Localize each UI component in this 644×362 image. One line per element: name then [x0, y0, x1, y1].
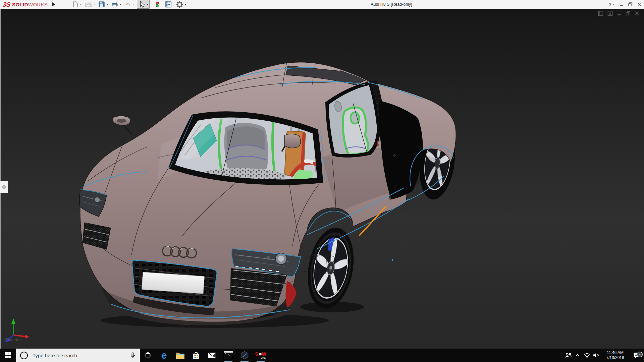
open-folder-icon — [85, 1, 92, 8]
time: 11:46 AM — [603, 350, 627, 355]
edge-icon: e — [161, 350, 167, 360]
y-axis-arrow — [11, 318, 15, 324]
new-document-button[interactable] — [71, 1, 83, 8]
save-button[interactable] — [98, 1, 109, 8]
pane-toggle-button[interactable] — [607, 11, 613, 16]
solidworks-wordmark: SOLIDWORKS — [12, 2, 48, 7]
solidworks-2017-icon: S W 2017 — [255, 352, 266, 359]
volume-button[interactable] — [592, 352, 601, 358]
titlebar: 3S SOLIDWORKS — [0, 0, 644, 9]
options-button[interactable] — [175, 1, 187, 8]
options-gear-icon — [176, 1, 183, 8]
people-icon — [565, 352, 572, 359]
open-dropdown-caret — [93, 4, 95, 5]
doc-close-button[interactable] — [635, 11, 639, 16]
windows-logo-icon — [5, 352, 11, 358]
panel-edge-strip — [0, 9, 1, 349]
new-dropdown-caret[interactable] — [80, 4, 82, 5]
print-dropdown-caret[interactable] — [119, 4, 121, 5]
taskbar-app-hexagon[interactable] — [236, 349, 253, 362]
wifi-icon — [584, 352, 590, 358]
open-button[interactable] — [84, 1, 96, 8]
door-lock — [393, 155, 395, 157]
save-dropdown-caret[interactable] — [106, 4, 108, 5]
undo-dropdown-caret — [132, 4, 135, 5]
menu-flyout-button[interactable] — [50, 0, 57, 8]
action-center-button[interactable]: 4 — [629, 352, 644, 359]
task-view-icon — [144, 352, 152, 359]
rebuild-traffic-light-icon — [154, 1, 161, 8]
network-button[interactable] — [582, 352, 592, 358]
mail-icon — [208, 352, 217, 359]
notification-badge: 4 — [637, 352, 643, 357]
doc-restore-button[interactable] — [626, 11, 631, 16]
graphics-viewport[interactable]: *Dimetric — [0, 9, 644, 349]
quick-access-toolbar — [71, 0, 187, 9]
taskbar-app-mail[interactable] — [204, 349, 220, 362]
svg-text:3S: 3S — [3, 1, 11, 8]
store-icon — [192, 351, 201, 359]
select-cursor-icon — [138, 1, 145, 8]
taskbar-app-solidworks[interactable]: S W 2017 — [253, 349, 269, 362]
file-explorer-icon — [176, 352, 185, 359]
date: 7/13/2018 — [603, 355, 627, 360]
new-document-icon — [72, 1, 78, 8]
start-button[interactable] — [0, 349, 16, 362]
select-dropdown-caret[interactable] — [147, 4, 149, 5]
expand-dot-icon — [2, 185, 6, 189]
taskbar-app-store[interactable] — [188, 349, 204, 362]
display-pane-button[interactable] — [598, 11, 603, 16]
view-orientation-label: *Dimetric — [4, 337, 22, 342]
hexagon-app-icon — [240, 351, 249, 360]
left-mirror[interactable] — [113, 116, 131, 134]
feature-manager-collapsed-tab[interactable] — [0, 181, 8, 193]
document-window-controls — [598, 11, 639, 16]
taskbar-search[interactable] — [16, 349, 140, 362]
taskbar-app-edge[interactable]: e — [156, 349, 172, 362]
front-wheel[interactable] — [302, 224, 360, 312]
command-prompt-icon: C:\_ — [224, 351, 233, 359]
print-button[interactable] — [111, 1, 122, 8]
chevron-up-icon — [575, 353, 580, 358]
doc-minimize-button[interactable] — [617, 11, 622, 16]
taskbar-app-file-explorer[interactable] — [172, 349, 188, 362]
file-properties-icon — [165, 1, 172, 8]
microphone-icon[interactable] — [130, 352, 136, 359]
taskbar-app-cmd[interactable]: C:\_ — [220, 349, 236, 362]
solidworks-logo: 3S SOLIDWORKS — [3, 0, 48, 9]
print-icon — [111, 1, 118, 8]
options-dropdown-caret[interactable] — [184, 4, 186, 5]
system-tray: 11:46 AM 7/13/2018 4 — [564, 349, 644, 362]
flyout-arrow-icon — [52, 2, 55, 6]
rebuild-button[interactable] — [153, 1, 161, 8]
undo-icon — [124, 1, 131, 8]
red-accent — [286, 281, 297, 308]
restore-button[interactable] — [628, 2, 633, 6]
undo-button — [124, 1, 135, 8]
x-axis-arrow — [25, 335, 30, 339]
model-audi-r8[interactable] — [0, 9, 644, 349]
windows-taskbar: e C:\_ — [0, 349, 644, 362]
help-dropdown-caret[interactable] — [613, 4, 615, 5]
cortana-icon — [20, 352, 28, 359]
show-hidden-icons-button[interactable] — [573, 353, 582, 358]
document-title: Audi R8 S [Read-only] — [341, 0, 442, 9]
window-controls: ? — [608, 0, 641, 9]
people-button[interactable] — [564, 352, 573, 359]
save-floppy-icon — [98, 1, 105, 8]
minimize-button[interactable] — [620, 2, 624, 6]
clock[interactable]: 11:46 AM 7/13/2018 — [603, 350, 627, 360]
file-properties-button[interactable] — [164, 1, 172, 8]
help-button[interactable]: ? — [608, 2, 615, 7]
search-input[interactable] — [32, 352, 126, 359]
close-button[interactable] — [637, 2, 641, 6]
select-tool-button[interactable] — [137, 0, 150, 9]
task-view-button[interactable] — [140, 349, 156, 362]
speaker-muted-icon — [593, 352, 600, 358]
solidworks-mark-icon: 3S — [3, 1, 11, 8]
